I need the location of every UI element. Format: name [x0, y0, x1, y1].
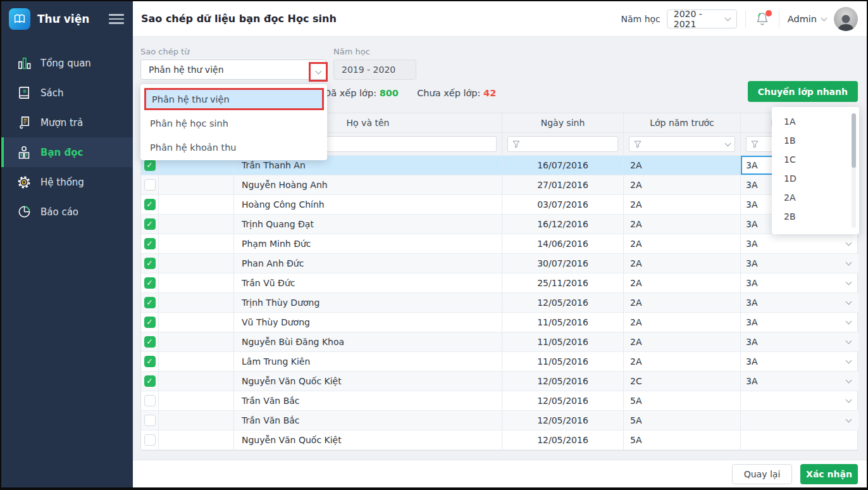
- row-checkbox-checked[interactable]: ✓: [144, 317, 156, 328]
- row-checkbox-checked[interactable]: ✓: [144, 336, 156, 348]
- row-checkbox-checked[interactable]: ✓: [144, 375, 156, 387]
- copy-from-select[interactable]: Phân hệ thư viện: [140, 60, 326, 80]
- student-row[interactable]: ✓Lâm Trung Kiên11/05/20162A3A: [141, 352, 857, 372]
- class-dropdown-panel: 1A1B1C1D2A2B: [772, 107, 859, 234]
- student-dob: 30/07/2016: [502, 254, 624, 273]
- class-option[interactable]: 1B: [772, 131, 859, 150]
- row-blank-cell: [159, 175, 234, 195]
- student-new-class-select[interactable]: 3A: [741, 332, 859, 352]
- user-avatar[interactable]: [834, 7, 858, 31]
- row-checkbox-checked[interactable]: ✓: [144, 356, 156, 367]
- notifications-button[interactable]: [754, 11, 771, 27]
- row-checkbox-checked[interactable]: ✓: [144, 238, 156, 249]
- row-checkbox-checked[interactable]: ✓: [144, 258, 156, 269]
- row-checkbox-unchecked[interactable]: [144, 415, 156, 426]
- filter-prev-class-select[interactable]: [629, 136, 735, 152]
- student-new-class-value: 3A: [746, 376, 757, 386]
- student-dob: 16/12/2016: [502, 215, 624, 234]
- menu-toggle-icon[interactable]: [109, 11, 124, 27]
- student-new-class-select[interactable]: [741, 430, 859, 450]
- topbar-year-label: Năm học: [621, 14, 660, 24]
- row-blank-cell: [159, 332, 234, 352]
- table-body: ✓Trần Thanh An16/07/20162A3ANguyễn Hoàng…: [141, 156, 857, 450]
- student-row[interactable]: ✓Trịnh Quang Đạt16/12/20162A3A: [141, 215, 857, 234]
- row-checkbox-cell: [141, 411, 159, 430]
- row-checkbox-unchecked[interactable]: [144, 395, 156, 406]
- row-blank-cell: [159, 273, 234, 293]
- sidebar-item-books[interactable]: Sách: [1, 78, 133, 108]
- sidebar-item-readers[interactable]: Bạn đọc: [1, 137, 133, 167]
- row-blank-cell: [159, 195, 234, 215]
- student-row[interactable]: ✓Hoàng Công Chính03/07/20162A3A: [141, 195, 857, 215]
- student-new-class-select[interactable]: 3A: [741, 273, 859, 293]
- student-prev-class: 2C: [624, 372, 741, 391]
- row-checkbox-checked[interactable]: ✓: [144, 199, 156, 210]
- assigned-label: Đã xếp lớp:: [324, 88, 376, 98]
- sidebar-nav: Tổng quanSáchMượn trảBạn đọcHệ thốngBáo …: [1, 48, 133, 227]
- student-new-class-select[interactable]: [741, 411, 859, 430]
- row-checkbox-checked[interactable]: ✓: [144, 277, 156, 289]
- class-option[interactable]: 1D: [772, 169, 859, 188]
- sidebar-item-overview[interactable]: Tổng quan: [1, 48, 133, 78]
- student-name: Nguyễn Bùi Đăng Khoa: [234, 332, 502, 352]
- gear-icon: [16, 175, 32, 190]
- student-new-class-value: 3A: [746, 298, 757, 308]
- sidebar-item-system[interactable]: Hệ thống: [1, 167, 133, 197]
- back-button[interactable]: Quay lại: [732, 464, 792, 484]
- student-row[interactable]: Nguyễn Hoàng Anh27/01/20162A3A: [141, 175, 857, 195]
- filter-dob-input[interactable]: [507, 136, 618, 152]
- module-option[interactable]: Phân hệ học sinh: [140, 111, 327, 135]
- student-row[interactable]: Nguyễn Văn Quốc Kiệt12/05/20165A: [141, 430, 857, 450]
- class-option[interactable]: 2A: [772, 188, 859, 207]
- row-checkbox-checked[interactable]: ✓: [144, 160, 156, 171]
- row-checkbox-unchecked[interactable]: [144, 179, 156, 191]
- confirm-button[interactable]: Xác nhận: [800, 464, 858, 484]
- highlight-box-chevron[interactable]: [309, 62, 328, 82]
- student-new-class-select[interactable]: 3A: [741, 234, 859, 254]
- student-prev-class: 5A: [624, 430, 741, 450]
- student-new-class-select[interactable]: [741, 391, 859, 411]
- main-area: Sao chép dữ liệu bạn đọc Học sinh Năm họ…: [133, 1, 867, 487]
- row-checkbox-checked[interactable]: ✓: [144, 297, 156, 308]
- row-checkbox-cell: ✓: [141, 332, 159, 352]
- student-new-class-select[interactable]: 3A: [741, 372, 859, 391]
- sidebar-item-label: Mượn trả: [40, 117, 83, 129]
- student-prev-class: 2A: [624, 195, 741, 215]
- scrollbar-thumb[interactable]: [852, 113, 856, 168]
- student-row[interactable]: Trần Văn Bắc12/05/20165A: [141, 411, 857, 430]
- copy-from-value: Phân hệ thư viện: [149, 65, 224, 75]
- student-row[interactable]: ✓Phan Anh Đức30/07/20162A3A: [141, 254, 857, 273]
- user-menu[interactable]: Admin: [788, 14, 817, 24]
- student-new-class-select[interactable]: 3A: [741, 352, 859, 372]
- student-dob: 12/05/2016: [502, 411, 624, 430]
- class-option[interactable]: 1A: [772, 112, 859, 131]
- notification-badge: [766, 10, 772, 16]
- student-new-class-select[interactable]: 3A: [741, 254, 859, 273]
- module-option[interactable]: Phân hệ khoản thu: [140, 135, 327, 160]
- class-option[interactable]: 1C: [772, 150, 859, 169]
- student-row[interactable]: Trần Văn Bắc12/05/20165A: [141, 391, 857, 411]
- student-row[interactable]: ✓Phạm Minh Đức14/06/20162A3A: [141, 234, 857, 254]
- student-new-class-select[interactable]: 3A: [741, 293, 859, 313]
- sidebar-logo-row: Thư viện: [1, 1, 133, 37]
- student-row[interactable]: ✓Nguyễn Văn Quốc Kiệt12/05/20162C3A: [141, 372, 857, 391]
- row-checkbox-unchecked[interactable]: [144, 434, 156, 446]
- school-year-value: 2019 - 2020: [342, 65, 395, 75]
- row-checkbox-checked[interactable]: ✓: [144, 218, 156, 230]
- student-new-class-value: 3A: [746, 180, 757, 190]
- module-option-selected[interactable]: Phân hệ thư viện: [144, 88, 324, 110]
- student-new-class-select[interactable]: 3A: [741, 313, 859, 332]
- row-checkbox-cell: ✓: [141, 254, 159, 273]
- student-row[interactable]: ✓Vũ Thùy Dương11/05/20162A3A: [141, 313, 857, 332]
- student-row[interactable]: ✓Nguyễn Bùi Đăng Khoa11/05/20162A3A: [141, 332, 857, 352]
- quick-class-transfer-button[interactable]: Chuyển lớp nhanh: [748, 81, 858, 102]
- student-row[interactable]: ✓Trịnh Thùy Dương12/05/20162A3A: [141, 293, 857, 313]
- topbar-year-select[interactable]: 2020 - 2021: [667, 9, 737, 28]
- class-option[interactable]: 2B: [772, 207, 859, 226]
- footer-bar: Quay lại Xác nhận: [133, 460, 867, 487]
- students-table: Họ và tên Ngày sinh Lớp năm trước Lớp nă…: [140, 113, 858, 451]
- student-row[interactable]: ✓Trần Vũ Đức25/11/20162A3A: [141, 273, 857, 293]
- chevron-down-icon[interactable]: [821, 15, 828, 21]
- sidebar-item-borrow-return[interactable]: Mượn trả: [1, 108, 133, 137]
- sidebar-item-reports[interactable]: Báo cáo: [1, 197, 133, 227]
